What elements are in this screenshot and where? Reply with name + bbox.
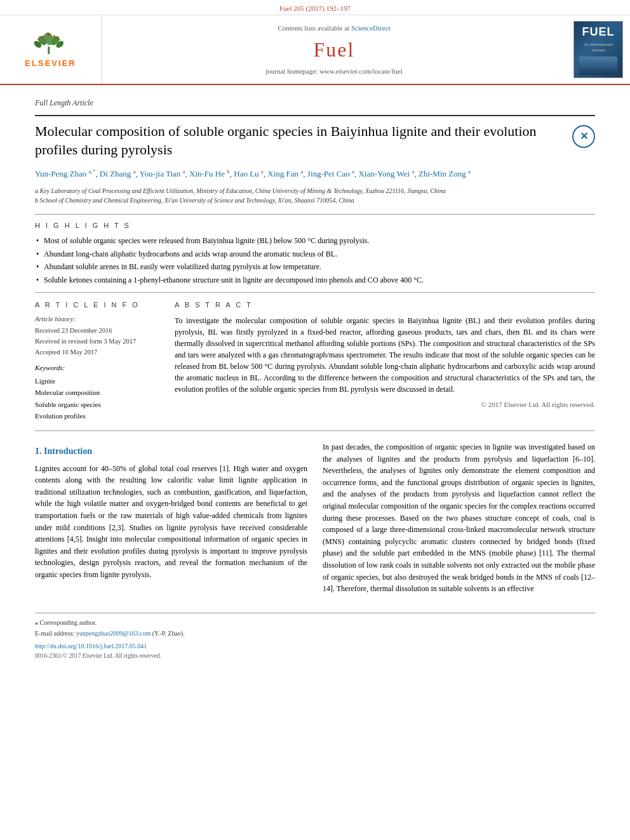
highlight-item-2: Abundant long-chain aliphatic hydrocarbo… xyxy=(35,249,595,260)
article-info-divider-top xyxy=(35,292,595,293)
crossmark-icon[interactable]: ✕ xyxy=(572,125,595,148)
received-date: Received 23 December 2016 xyxy=(35,326,162,336)
history-title: Article history: xyxy=(35,315,162,324)
fuel-cover-image: FUEL An International Journal xyxy=(573,21,623,78)
title-divider xyxy=(35,115,595,116)
keywords-section: Keywords: Lignite Molecular composition … xyxy=(35,363,162,422)
main-content: Full Length Article Molecular compositio… xyxy=(0,85,630,673)
abstract-title: A B S T R A C T xyxy=(175,300,595,310)
authors-section: Yun-Peng Zhao a,*, Di Zhang a, You-jia T… xyxy=(35,166,595,180)
affiliations-section: a Key Laboratory of Coal Processing and … xyxy=(35,186,595,205)
article-title-text: Molecular composition of soluble organic… xyxy=(35,123,572,159)
copyright-line: © 2017 Elsevier Ltd. All rights reserved… xyxy=(175,400,595,410)
journal-ref: Fuel 205 (2017) 192–197 xyxy=(279,4,351,12)
journal-homepage[interactable]: journal homepage: www.elsevier.com/locat… xyxy=(265,67,403,76)
svg-point-8 xyxy=(53,36,56,38)
journal-top-bar: Fuel 205 (2017) 192–197 xyxy=(0,0,630,15)
keyword-2: Molecular composition xyxy=(35,387,162,399)
elsevier-logo-section: ELSEVIER xyxy=(0,15,102,84)
fuel-cover-graphic xyxy=(579,57,617,75)
highlights-title: H I G H L I G H T S xyxy=(35,221,595,230)
svg-point-9 xyxy=(38,39,40,41)
email-suffix: (Y.-P. Zhao). xyxy=(152,630,185,637)
footer-section: ⁎ Corresponding author. E-mail address: … xyxy=(35,613,595,660)
article-info-abstract-section: A R T I C L E I N F O Article history: R… xyxy=(35,300,595,423)
body-divider xyxy=(35,430,595,431)
body-col-left: 1. Introduction Lignites account for 40–… xyxy=(35,441,307,600)
intro-heading: 1. Introduction xyxy=(35,445,307,458)
journal-title-section: Contents lists available at ScienceDirec… xyxy=(102,15,566,84)
svg-rect-0 xyxy=(48,47,50,55)
body-col-right: In past decades, the composition of orga… xyxy=(323,441,595,600)
email-label: E-mail address: xyxy=(35,630,74,637)
journal-header: ELSEVIER Contents lists available at Sci… xyxy=(0,15,630,85)
body-section: 1. Introduction Lignites account for 40–… xyxy=(35,441,595,600)
article-info-title: A R T I C L E I N F O xyxy=(35,300,162,310)
journal-title: Fuel xyxy=(314,36,355,64)
fuel-cover-subtitle: An International Journal xyxy=(577,42,620,55)
email-line: E-mail address: yunpengzhao2009@163.com … xyxy=(35,629,595,638)
elsevier-logo: ELSEVIER xyxy=(25,30,76,69)
revised-date: Received in revised form 3 May 2017 xyxy=(35,337,162,347)
page: Fuel 205 (2017) 192–197 xyxy=(0,0,630,840)
issn-line: 0016-2361/© 2017 Elsevier Ltd. All right… xyxy=(35,652,595,660)
highlight-item-3: Abundant soluble arenes in BL easily wer… xyxy=(35,262,595,272)
keyword-4: Evolution profiles xyxy=(35,411,162,422)
accepted-date: Accepted 10 May 2017 xyxy=(35,348,162,357)
authors-text: Yun-Peng Zhao a,*, Di Zhang a, You-jia T… xyxy=(35,169,471,178)
svg-point-7 xyxy=(43,36,45,38)
elsevier-tree-icon xyxy=(25,30,76,57)
corresponding-author: ⁎ Corresponding author. xyxy=(35,618,595,627)
email-link[interactable]: yunpengzhao2009@163.com xyxy=(76,630,151,637)
keyword-3: Soluble organic species xyxy=(35,399,162,411)
keywords-title: Keywords: xyxy=(35,363,162,373)
highlight-item-1: Most of soluble organic species were rel… xyxy=(35,236,595,246)
intro-text-col2: In past decades, the composition of orga… xyxy=(323,441,595,595)
svg-point-10 xyxy=(58,39,60,41)
article-title-section: Molecular composition of soluble organic… xyxy=(35,123,595,159)
article-type: Full Length Article xyxy=(35,93,595,109)
abstract-text: To investigate the molecular composition… xyxy=(175,315,595,395)
highlights-section: H I G H L I G H T S Most of soluble orga… xyxy=(35,221,595,286)
highlight-item-4: Soluble ketones containing a 1-phenyl-et… xyxy=(35,275,595,286)
affiliation-b: b School of Chemistry and Chemical Engin… xyxy=(35,196,595,205)
science-direct-text: Contents lists available at xyxy=(278,24,349,32)
keywords-list: Lignite Molecular composition Soluble or… xyxy=(35,376,162,422)
highlights-list: Most of soluble organic species were rel… xyxy=(35,236,595,286)
doi-line[interactable]: http://dx.doi.org/10.1016/j.fuel.2017.05… xyxy=(35,642,595,651)
article-history: Article history: Received 23 December 20… xyxy=(35,315,162,357)
intro-text-col1: Lignites account for 40–50% of global to… xyxy=(35,463,307,581)
affiliation-a: a Key Laboratory of Coal Processing and … xyxy=(35,186,595,196)
abstract-column: A B S T R A C T To investigate the molec… xyxy=(175,300,595,423)
doi-link[interactable]: http://dx.doi.org/10.1016/j.fuel.2017.05… xyxy=(35,643,147,650)
science-direct-link[interactable]: Contents lists available at ScienceDirec… xyxy=(278,23,390,33)
body-two-col: 1. Introduction Lignites account for 40–… xyxy=(35,441,595,600)
elsevier-brand-text: ELSEVIER xyxy=(25,58,76,69)
fuel-cover-title: FUEL xyxy=(582,24,615,40)
article-info-column: A R T I C L E I N F O Article history: R… xyxy=(35,300,162,423)
highlights-divider-top xyxy=(35,214,595,215)
science-direct-anchor[interactable]: ScienceDirect xyxy=(351,24,391,32)
keyword-1: Lignite xyxy=(35,376,162,387)
journal-cover-section: FUEL An International Journal xyxy=(566,15,630,84)
svg-point-6 xyxy=(48,33,50,36)
